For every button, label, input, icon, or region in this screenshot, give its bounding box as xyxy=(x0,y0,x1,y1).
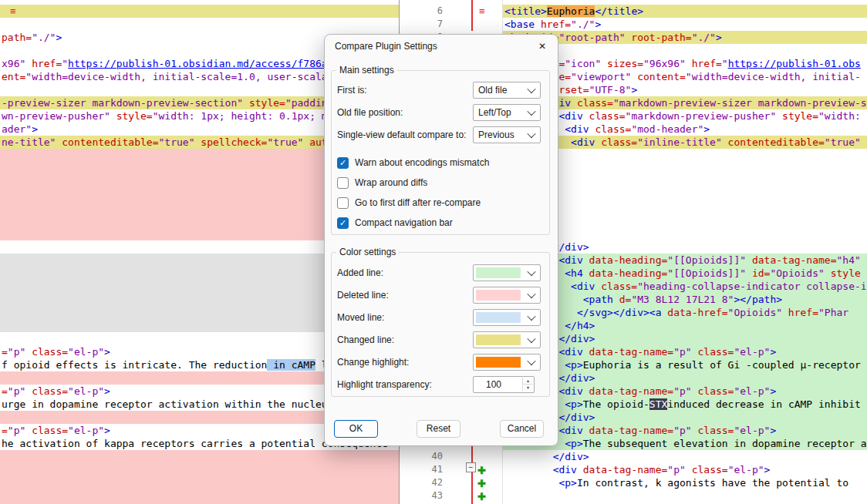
line-number: 41 xyxy=(400,463,447,476)
code-segment: "./" xyxy=(571,18,595,30)
code-line[interactable]: <base href="./"> xyxy=(503,18,867,31)
compact-nav-label: Compact navigation bar xyxy=(355,217,453,228)
code-line[interactable]: <title>Euphoria</title> xyxy=(503,5,867,18)
code-segment: > xyxy=(104,425,110,436)
change-highlight-label: Change highlight: xyxy=(337,357,409,368)
close-icon[interactable]: ✕ xyxy=(535,41,550,52)
line-number: 42 xyxy=(400,476,447,489)
code-segment: = xyxy=(2,346,8,358)
code-segment: "markdown-preview-pusher" xyxy=(626,110,777,122)
code-segment: class= xyxy=(686,464,728,475)
code-segment: <div xyxy=(571,136,595,148)
code-segment: </h4> xyxy=(565,320,595,331)
code-segment: induced decrease in cAMP inhibit xyxy=(667,398,860,410)
code-segment: > xyxy=(764,464,771,475)
code-line[interactable] xyxy=(503,489,867,502)
code-segment: "width: xyxy=(818,110,861,122)
change-highlight-color-select[interactable] xyxy=(473,354,541,371)
code-line[interactable]: </div> xyxy=(503,450,867,463)
code-segment: > xyxy=(703,123,710,135)
code-line[interactable]: <p>In contrast, k agonists have the pote… xyxy=(503,476,867,489)
cancel-button[interactable]: Cancel xyxy=(500,420,544,438)
wrap-around-label: Wrap around diffs xyxy=(355,177,427,188)
dialog-titlebar[interactable]: Compare Plugin Settings ✕ xyxy=(325,35,558,58)
chevron-down-icon xyxy=(527,267,535,276)
added-line-icon: ✚ xyxy=(477,477,486,490)
checkbox-icon xyxy=(337,197,349,209)
code-line[interactable] xyxy=(0,5,399,18)
code-line[interactable] xyxy=(0,450,399,463)
code-segment: "p" xyxy=(673,385,691,397)
compact-nav-checkbox[interactable]: ✓Compact navigation bar xyxy=(337,217,453,229)
code-segment: "heading-collapse-indicator collapse-i xyxy=(637,281,866,292)
code-segment: ></path> xyxy=(734,294,782,305)
code-segment: "markdown-preview-sizer markdown-preview… xyxy=(613,97,867,109)
code-segment xyxy=(504,464,553,475)
code-segment: <p> xyxy=(565,359,582,371)
old-file-position-value: Left/Top xyxy=(478,107,511,118)
code-segment: In contrast, k agonists have the potenti… xyxy=(577,477,855,489)
code-segment: -preview-sizer markdown-preview-section" xyxy=(2,97,243,109)
code-line[interactable] xyxy=(0,489,399,502)
code-line[interactable] xyxy=(0,476,399,489)
code-segment: "true" xyxy=(825,136,861,148)
code-segment: root-path= xyxy=(626,32,692,43)
single-view-compare-select[interactable]: Previous xyxy=(473,126,541,143)
code-segment: </title> xyxy=(595,5,643,17)
code-segment xyxy=(504,451,553,462)
code-segment: "inline-title" xyxy=(637,136,722,148)
deleted-line-swatch xyxy=(476,290,521,301)
fold-collapse-icon[interactable]: − xyxy=(466,462,476,472)
spin-down-button[interactable]: ▾ xyxy=(522,385,533,391)
first-is-select[interactable]: Old file xyxy=(473,82,541,99)
single-view-compare-value: Previous xyxy=(478,129,514,140)
code-segment: STX xyxy=(649,398,667,410)
main-settings-label: Main settings xyxy=(336,65,397,76)
code-segment: The subsequent elevation in dopamine rec… xyxy=(583,438,867,449)
code-segment: spel xyxy=(861,136,867,148)
highlight-transparency-input[interactable]: 100 ▴ ▾ xyxy=(473,376,535,393)
code-segment: x96" xyxy=(2,58,25,69)
warn-encodings-checkbox[interactable]: ✓Warn about encodings mismatch xyxy=(337,156,489,169)
spin-up-button[interactable]: ▴ xyxy=(522,378,533,385)
goto-first-diff-checkbox[interactable]: Go to first diff after re-compare xyxy=(337,197,481,209)
highlight-transparency-label: Highlight transparency: xyxy=(337,379,432,390)
code-segment: d= xyxy=(613,294,631,305)
line-number: 6 xyxy=(400,5,447,18)
changed-line-color-select[interactable] xyxy=(473,331,541,348)
moved-line-color-select[interactable] xyxy=(473,309,541,326)
code-segment: data-heading= xyxy=(583,267,668,279)
code-line[interactable] xyxy=(0,18,399,31)
code-line[interactable]: <div data-tag-name="p" class="el-p"> xyxy=(503,463,867,476)
old-file-position-select[interactable]: Left/Top xyxy=(473,104,541,121)
code-line[interactable] xyxy=(0,463,399,476)
added-line-color-select[interactable] xyxy=(473,264,541,281)
code-segment: </svg></div><a xyxy=(577,307,662,318)
code-segment: "Opioids" xyxy=(770,267,824,279)
ok-button[interactable]: OK xyxy=(334,420,378,438)
code-segment: class= xyxy=(25,346,68,358)
checkbox-icon: ✓ xyxy=(337,217,349,229)
code-segment: "96x96" xyxy=(643,58,686,69)
chevron-down-icon xyxy=(527,290,535,298)
code-segment: </div> xyxy=(558,372,595,384)
reset-button[interactable]: Reset xyxy=(417,420,460,438)
code-segment: "p" xyxy=(8,385,25,397)
code-segment: The opioid- xyxy=(583,398,649,410)
code-segment: "el-p" xyxy=(728,464,764,475)
code-segment: "M3 8L12 17L21 8" xyxy=(631,294,734,305)
code-segment: > xyxy=(716,32,722,43)
chevron-down-icon xyxy=(527,357,535,365)
code-segment: data-tag-name= xyxy=(746,254,836,266)
code-segment: <div xyxy=(558,110,582,122)
code-segment: ent= xyxy=(2,71,25,82)
code-segment: <base xyxy=(504,18,535,30)
added-line-swatch xyxy=(476,267,521,278)
deleted-line-color-select[interactable] xyxy=(473,287,541,304)
change-highlight-swatch xyxy=(476,357,521,368)
code-segment: <title> xyxy=(504,5,547,17)
code-segment: "mod-header" xyxy=(631,123,703,135)
checkbox-icon: ✓ xyxy=(337,157,349,169)
wrap-around-checkbox[interactable]: Wrap around diffs xyxy=(337,176,427,189)
code-segment: "UTF-8" xyxy=(589,84,632,96)
